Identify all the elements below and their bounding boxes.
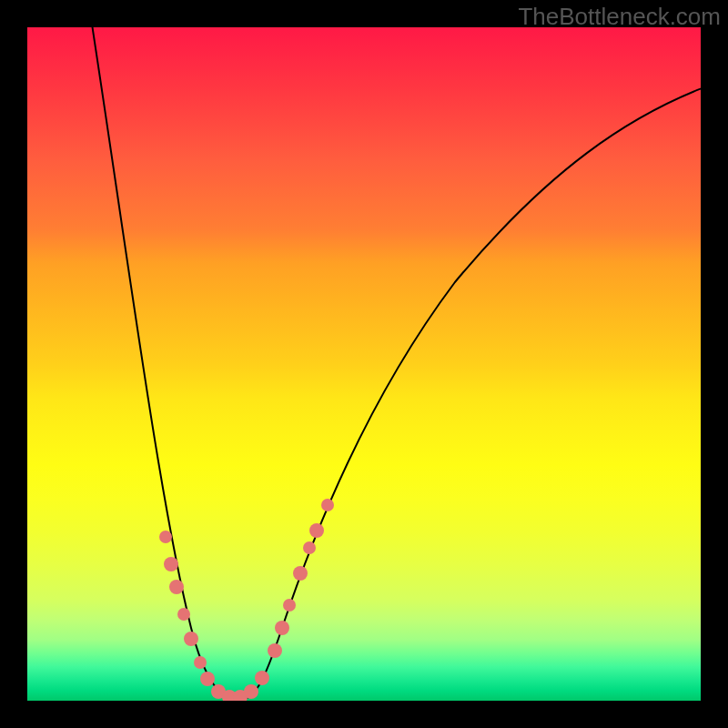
bead [200, 672, 215, 686]
attribution-label: TheBottleneck.com [518, 3, 721, 31]
bead [255, 671, 269, 685]
bead [321, 499, 334, 511]
bead [244, 684, 258, 699]
bead [303, 541, 316, 554]
chart-overlay [27, 27, 701, 701]
chart-frame: TheBottleneck.com [0, 0, 728, 728]
bead [177, 608, 190, 621]
bead [169, 580, 184, 594]
bead [268, 643, 282, 658]
bead [293, 566, 308, 581]
bead [184, 632, 198, 646]
bead [159, 531, 172, 543]
bead [275, 621, 289, 635]
bead-group [159, 499, 334, 701]
bead [164, 557, 178, 571]
bead [309, 523, 324, 538]
bead [283, 599, 296, 612]
plot-area [27, 27, 701, 701]
bead [194, 656, 207, 669]
bottleneck-curve [91, 27, 701, 701]
